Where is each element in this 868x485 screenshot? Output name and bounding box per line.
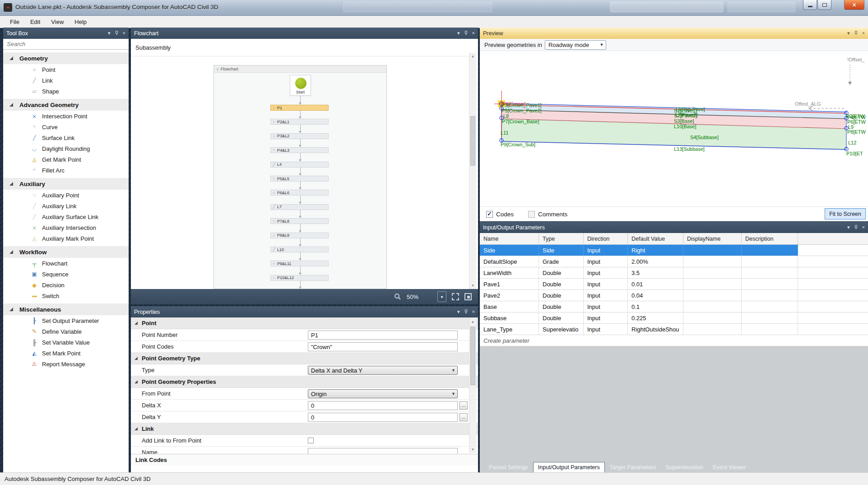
toolbox-item-surface-link[interactable]: ╱Surface Link [3, 132, 129, 143]
zoom-level[interactable]: 50% [407, 294, 418, 300]
pin-icon[interactable] [115, 31, 119, 36]
properties-group-link[interactable]: Link [131, 423, 478, 435]
scrollbar-thumb[interactable] [470, 116, 475, 166]
scroll-up-icon[interactable]: ▲ [469, 318, 476, 325]
io-row-side[interactable]: SideSideInputRight [480, 245, 868, 256]
flowchart-node-l7[interactable]: ╱L7 [270, 204, 329, 210]
property-checkbox[interactable] [308, 438, 314, 443]
tab-target-parameters[interactable]: Target Parameters [605, 462, 661, 472]
close-icon[interactable]: × [862, 31, 865, 36]
toolbox-item-auxiliary-point[interactable]: ○Auxiliary Point [3, 190, 129, 201]
flowchart-node-p1[interactable]: ○P1 [270, 105, 329, 111]
close-icon[interactable]: × [472, 31, 475, 36]
flowchart-node-l4[interactable]: ╱L4 [270, 162, 329, 168]
io-row-pave1[interactable]: Pave1DoubleInput0.01 [480, 279, 868, 290]
toolbox-item-intersection-point[interactable]: ×Intersection Point [3, 111, 129, 121]
menu-item-file[interactable]: File [5, 17, 25, 27]
column-header-default-value[interactable]: Default Value [628, 233, 683, 244]
toolbox-item-shape[interactable]: ▱Shape [3, 86, 129, 97]
io-row-lane-type[interactable]: Lane_TypeSuperelevatioInputRightOutsideS… [480, 324, 868, 335]
comments-checkbox[interactable] [528, 211, 535, 218]
codes-checkbox[interactable] [486, 211, 493, 218]
zoom-dropdown-button[interactable]: ▾ [437, 291, 446, 302]
toolbox-item-set-output-parameter[interactable]: ┠Set Output Parameter [3, 315, 129, 326]
pin-icon[interactable] [464, 31, 468, 36]
scrollbar-thumb[interactable] [470, 326, 475, 385]
toolbox-item-fillet-arc[interactable]: ◜Fillet Arc [3, 165, 129, 176]
actual-size-icon[interactable] [464, 293, 472, 300]
pin-icon[interactable] [854, 31, 858, 36]
ellipsis-button[interactable]: ... [460, 413, 468, 421]
column-header-description[interactable]: Description [742, 233, 798, 244]
toolbox-item-point[interactable]: ○Point [3, 64, 129, 75]
fit-to-screen-icon[interactable] [452, 293, 459, 300]
toolbox-group-geometry[interactable]: Geometry [3, 52, 129, 64]
toolbox-item-get-mark-point[interactable]: ◬Get Mark Point [3, 154, 129, 165]
flowchart-node-l10[interactable]: ╱L10 [270, 247, 329, 252]
io-row-base[interactable]: BaseDoubleInput0.1 [480, 301, 868, 312]
flowchart-node-p9-l11[interactable]: ○P9&L11 [270, 261, 329, 266]
toolbox-item-curve[interactable]: ◝Curve [3, 121, 129, 132]
flowchart-node-p7-l8[interactable]: ○P7&L8 [270, 218, 329, 224]
toolbox-group-advanced-geometry[interactable]: Advanced Geometry [3, 99, 129, 111]
chevron-down-icon[interactable]: ▾ [457, 31, 460, 36]
toolbox-item-auxiliary-mark-point[interactable]: ◬Auxiliary Mark Point [3, 233, 129, 244]
flowchart-scrollbar[interactable]: ▲ ▼ [469, 53, 476, 289]
chevron-down-icon[interactable]: ▾ [108, 31, 111, 36]
tab-input-output-parameters[interactable]: Input/Output Parameters [533, 462, 605, 472]
fit-to-screen-button[interactable]: Fit to Screen [825, 208, 866, 219]
property-textbox[interactable]: 0 [308, 413, 458, 422]
tab-event-viewer[interactable]: Event Viewer [708, 462, 750, 472]
column-header-displayname[interactable]: DisplayName [683, 233, 742, 244]
flowchart-node-p6-l6[interactable]: ○P6&L6 [270, 190, 329, 196]
toolbox-item-auxiliary-surface-link[interactable]: ╱Auxiliary Surface Link [3, 211, 129, 222]
property-textbox[interactable]: 0 [308, 401, 458, 410]
preview-canvas[interactable]: !Offset_Offest_ALGP1[Crown]P3[Crown_Pave… [480, 51, 868, 206]
chevron-down-icon[interactable]: ▾ [847, 225, 850, 230]
chevron-down-icon[interactable]: ▾ [457, 309, 460, 314]
column-header-type[interactable]: Type [539, 233, 584, 244]
toolbox-item-report-message[interactable]: ⚠Report Message [3, 359, 129, 369]
close-icon[interactable]: × [472, 309, 475, 314]
flowchart-node-p2-l1[interactable]: ○P2&L1 [270, 119, 329, 125]
properties-group-point-geometry-type[interactable]: Point Geometry Type [131, 353, 478, 364]
toolbox-item-set-mark-point[interactable]: ◭Set Mark Point [3, 348, 129, 359]
menu-item-view[interactable]: View [46, 17, 69, 27]
toolbox-item-auxiliary-intersection[interactable]: ×Auxiliary Intersection [3, 222, 129, 233]
flowchart-node-p5-l5[interactable]: ○P5&L5 [270, 176, 329, 182]
toolbox-item-decision[interactable]: ◆Decision [3, 280, 129, 290]
close-button[interactable]: × [844, 0, 864, 10]
toolbox-item-switch[interactable]: ◆◆◆Switch [3, 290, 129, 301]
tab-superelevation[interactable]: Superelevation [661, 462, 708, 472]
properties-group-point[interactable]: Point [131, 317, 478, 329]
flowchart-canvas[interactable]: ┬ Flowchart Start○P1○P2&L1○P3&L2○P4&L3╱L… [214, 65, 387, 289]
scroll-up-icon[interactable]: ▲ [469, 53, 476, 60]
minimize-button[interactable] [803, 0, 817, 10]
pin-icon[interactable] [464, 309, 468, 314]
io-row-subbase[interactable]: SubbaseDoubleInput0.225 [480, 312, 868, 324]
scroll-down-icon[interactable]: ▼ [469, 446, 476, 453]
toolbox-item-auxiliary-link[interactable]: ╱Auxiliary Link [3, 201, 129, 211]
toolbox-item-define-variable[interactable]: ✎Define Variable [3, 326, 129, 337]
menu-item-edit[interactable]: Edit [25, 17, 46, 27]
scroll-down-icon[interactable]: ▼ [469, 282, 476, 289]
link-codes-section[interactable]: Link Codes [131, 454, 478, 466]
property-dropdown[interactable]: Delta X and Delta Y▼ [308, 366, 458, 375]
toolbox-group-auxiliary[interactable]: Auxiliary [3, 178, 129, 190]
toolbox-item-daylight-rounding[interactable]: ◡Daylight Rounding [3, 143, 129, 154]
menu-item-help[interactable]: Help [69, 17, 92, 27]
column-header-name[interactable]: Name [480, 233, 539, 244]
chevron-down-icon[interactable]: ▾ [847, 31, 850, 36]
toolbox-group-miscellaneous[interactable]: Miscellaneous [3, 303, 129, 315]
property-textbox[interactable]: P1 [308, 331, 458, 340]
property-textbox[interactable]: "Crown" [308, 342, 458, 351]
property-dropdown[interactable]: Origin▼ [308, 389, 458, 398]
io-row-pave2[interactable]: Pave2DoubleInput0.04 [480, 290, 868, 301]
flowchart-node-p10-l12[interactable]: ○P10&L12 [270, 275, 329, 281]
preview-mode-select[interactable]: Roadway mode ▼ [545, 40, 606, 50]
search-input[interactable] [7, 41, 125, 47]
io-create-parameter-row[interactable]: Create parameter [480, 335, 868, 346]
flowchart-node-p8-l9[interactable]: ○P8&L9 [270, 233, 329, 238]
ellipsis-button[interactable]: ... [460, 401, 468, 410]
close-icon[interactable]: × [123, 31, 125, 36]
